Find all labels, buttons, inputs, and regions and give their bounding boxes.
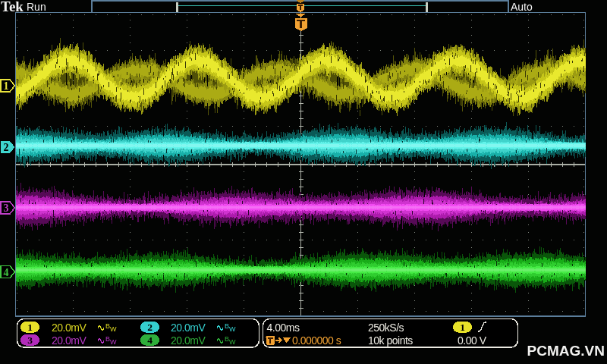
- svg-text:4: 4: [4, 267, 9, 278]
- svg-text:0.00 V: 0.00 V: [458, 334, 487, 347]
- svg-text:4.00ms: 4.00ms: [267, 322, 300, 334]
- svg-text:Run: Run: [27, 1, 46, 13]
- svg-text:2: 2: [4, 142, 9, 153]
- svg-text:10k points: 10k points: [368, 334, 413, 347]
- svg-text:W: W: [229, 325, 236, 333]
- svg-text:W: W: [110, 338, 117, 346]
- svg-text:1: 1: [27, 322, 33, 333]
- svg-text:3: 3: [27, 334, 33, 346]
- svg-text:W: W: [110, 325, 117, 333]
- svg-text:20.0mV: 20.0mV: [171, 334, 206, 347]
- svg-text:Tek: Tek: [1, 0, 24, 14]
- svg-text:0.000000 s: 0.000000 s: [292, 334, 341, 347]
- svg-text:20.0mV: 20.0mV: [52, 322, 86, 334]
- svg-text:Auto: Auto: [511, 1, 533, 13]
- svg-text:4: 4: [147, 334, 153, 346]
- svg-text:W: W: [229, 338, 236, 346]
- svg-text:1: 1: [460, 322, 465, 333]
- svg-text:2: 2: [147, 322, 153, 333]
- svg-text:20.0mV: 20.0mV: [52, 334, 86, 347]
- svg-text:1: 1: [4, 80, 9, 92]
- svg-text:250kS/s: 250kS/s: [368, 322, 404, 334]
- svg-text:3: 3: [4, 202, 9, 214]
- svg-text:20.0mV: 20.0mV: [171, 322, 206, 334]
- svg-text:PCMAG.VN: PCMAG.VN: [527, 343, 605, 359]
